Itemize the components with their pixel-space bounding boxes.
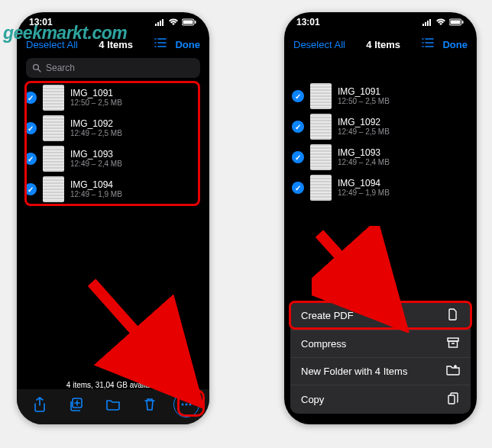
- delete-button[interactable]: [137, 392, 163, 417]
- file-name: IMG_1091: [70, 88, 202, 98]
- file-thumb: [310, 175, 332, 201]
- move-button[interactable]: [100, 392, 126, 417]
- menu-compress[interactable]: Compress: [290, 330, 471, 357]
- list-layout-icon[interactable]: [421, 37, 435, 51]
- svg-rect-16: [448, 395, 455, 404]
- storage-status: 4 items, 31,04 GB available: [17, 381, 209, 389]
- file-thumb: [43, 176, 64, 202]
- svg-point-3: [34, 65, 39, 70]
- status-bar: 13:01: [284, 12, 477, 32]
- file-list: ✓ IMG_1091 12:50 – 2,5 MB ✓ IMG_1092 12:…: [284, 81, 477, 203]
- file-thumb: [310, 144, 332, 170]
- status-time: 13:01: [296, 17, 320, 27]
- archive-icon: [446, 337, 460, 350]
- context-menu: Create PDF Compress New Folder with 4 It…: [290, 301, 471, 414]
- nav-title: 4 Items: [366, 39, 400, 50]
- deselect-all-button[interactable]: Deselect All: [293, 39, 345, 50]
- file-name: IMG_1091: [338, 86, 469, 97]
- menu-label: Copy: [301, 394, 324, 405]
- svg-rect-2: [195, 21, 196, 24]
- checkmark-icon[interactable]: ✓: [292, 90, 304, 102]
- file-list: ✓ IMG_1091 12:50 – 2,5 MB ✓ IMG_1092 12:…: [17, 82, 209, 205]
- file-sub: 12:49 – 1,9 MB: [70, 190, 202, 199]
- list-item[interactable]: ✓ IMG_1094 12:49 – 1,9 MB: [21, 174, 205, 205]
- menu-label: Create PDF: [301, 310, 354, 321]
- phone-left: 13:01 Deselect All 4 Items Done Search ✓…: [17, 12, 209, 424]
- file-sub: 12:49 – 2,4 MB: [70, 160, 202, 169]
- file-thumb: [43, 85, 64, 111]
- more-button[interactable]: [173, 392, 199, 417]
- file-sub: 12:49 – 2,4 MB: [338, 158, 469, 167]
- list-item[interactable]: ✓ IMG_1092 12:49 – 2,5 MB: [289, 111, 472, 142]
- menu-create-pdf[interactable]: Create PDF: [290, 301, 471, 330]
- nav-bar: Deselect All 4 Items Done: [284, 32, 477, 56]
- list-item[interactable]: ✓ IMG_1093 12:49 – 2,4 MB: [21, 143, 205, 174]
- svg-rect-14: [449, 341, 458, 347]
- list-layout-icon[interactable]: [154, 37, 167, 51]
- svg-line-4: [38, 69, 40, 72]
- svg-rect-11: [451, 21, 461, 24]
- list-item[interactable]: ✓ IMG_1094 12:49 – 1,9 MB: [289, 172, 472, 203]
- done-button[interactable]: Done: [175, 39, 200, 50]
- menu-new-folder[interactable]: New Folder with 4 Items: [290, 357, 471, 385]
- file-sub: 12:50 – 2,5 MB: [338, 97, 469, 106]
- status-indicators: [154, 18, 197, 26]
- file-thumb: [43, 115, 64, 141]
- file-name: IMG_1094: [70, 179, 202, 190]
- checkmark-icon[interactable]: ✓: [292, 151, 304, 163]
- file-thumb: [310, 83, 332, 109]
- file-name: IMG_1092: [338, 117, 469, 127]
- phone-right: 13:01 Deselect All 4 Items Done ✓ IMG_10…: [284, 12, 477, 424]
- checkmark-icon[interactable]: ✓: [292, 182, 304, 194]
- checkmark-icon[interactable]: ✓: [24, 153, 37, 165]
- new-folder-icon: [446, 365, 460, 378]
- search-placeholder: Search: [46, 63, 75, 73]
- list-item[interactable]: ✓ IMG_1091 12:50 – 2,5 MB: [289, 81, 472, 111]
- menu-copy[interactable]: Copy: [290, 385, 471, 414]
- checkmark-icon[interactable]: ✓: [24, 122, 37, 134]
- svg-point-8: [189, 404, 192, 406]
- copy-icon: [446, 392, 460, 407]
- duplicate-button[interactable]: [63, 392, 89, 417]
- checkmark-icon[interactable]: ✓: [24, 92, 37, 104]
- document-icon: [446, 308, 460, 323]
- file-name: IMG_1093: [70, 149, 202, 160]
- checkmark-icon[interactable]: ✓: [24, 183, 37, 195]
- checkmark-icon[interactable]: ✓: [292, 121, 304, 133]
- svg-point-6: [182, 404, 184, 406]
- file-sub: 12:49 – 2,5 MB: [338, 127, 469, 137]
- file-name: IMG_1094: [338, 178, 469, 189]
- file-thumb: [310, 114, 332, 140]
- list-item[interactable]: ✓ IMG_1091 12:50 – 2,5 MB: [21, 82, 205, 113]
- list-item[interactable]: ✓ IMG_1092 12:49 – 2,5 MB: [21, 113, 205, 143]
- file-name: IMG_1092: [70, 118, 202, 129]
- menu-label: Compress: [301, 338, 346, 350]
- file-sub: 12:50 – 2,5 MB: [70, 98, 202, 108]
- menu-label: New Folder with 4 Items: [301, 366, 407, 377]
- status-indicators: [422, 18, 464, 26]
- watermark: geekmarkt.com: [3, 23, 127, 44]
- file-sub: 12:49 – 2,5 MB: [70, 129, 202, 138]
- svg-rect-12: [462, 21, 464, 24]
- search-input[interactable]: Search: [26, 58, 200, 78]
- file-sub: 12:49 – 1,9 MB: [338, 189, 469, 198]
- svg-rect-1: [183, 21, 193, 24]
- file-name: IMG_1093: [338, 147, 469, 158]
- done-button[interactable]: Done: [442, 39, 468, 50]
- list-item[interactable]: ✓ IMG_1093 12:49 – 2,4 MB: [289, 142, 472, 172]
- file-thumb: [43, 146, 64, 172]
- bottom-toolbar: [17, 389, 209, 424]
- share-button[interactable]: [27, 392, 53, 417]
- svg-point-7: [186, 404, 188, 406]
